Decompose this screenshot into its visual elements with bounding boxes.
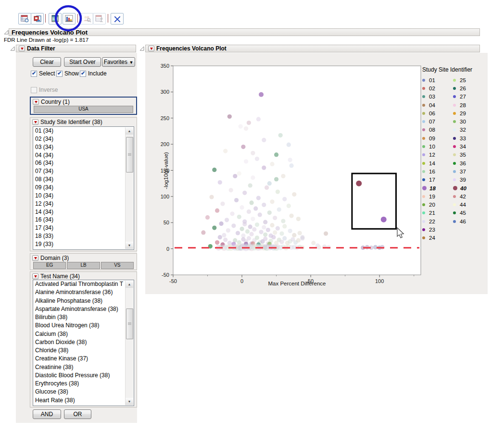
legend-entry[interactable]: 03 [422,93,449,101]
list-item[interactable]: Glucose (38) [33,388,134,396]
list-item[interactable]: Erythrocytes (38) [33,380,134,388]
list-item[interactable]: Blood Urea Nitrogen (38) [33,321,134,330]
legend-entry[interactable]: 27 [453,93,480,101]
legend-entry[interactable]: 44 [453,200,480,209]
legend-entry[interactable]: 29 [453,109,480,117]
legend-entry[interactable]: 22 [422,217,449,225]
list-item[interactable]: 10 (34) [33,192,134,200]
disclosure-icon[interactable] [10,46,15,51]
toolbar-button-save-graphic[interactable] [31,13,44,25]
legend-entry[interactable]: 24 [422,234,449,242]
legend-entry[interactable]: 01 [422,76,449,84]
legend-entry[interactable]: 34 [453,142,480,150]
toolbar-button-journal[interactable] [49,13,62,25]
list-item[interactable]: 07 (34) [33,167,134,175]
test-name-listbox[interactable]: ▲ ▼ Activated Partial Thromboplastin TAl… [33,280,134,406]
red-triangle-menu-icon[interactable] [19,46,25,51]
legend-entry[interactable]: 40 [453,184,480,192]
list-item[interactable]: Aspartate Aminotransferase (38) [33,305,134,313]
legend-entry[interactable]: 10 [422,142,449,150]
domain-value-vs[interactable]: VS [101,262,134,269]
list-item[interactable]: 02 (34) [33,135,134,143]
scrollbar[interactable]: ▲ ▼ [125,281,133,405]
list-item[interactable]: 16 (34) [33,216,134,224]
legend-entry[interactable]: 23 [422,225,449,234]
legend-entry[interactable]: 06 [422,109,449,117]
legend-entry[interactable]: 30 [453,117,480,125]
red-triangle-menu-icon[interactable] [148,46,154,51]
start-over-button[interactable]: Start Over [64,57,101,67]
select-checkbox[interactable]: ✔ Select [31,70,55,77]
scrollbar[interactable]: ▲ ▼ [125,127,133,249]
legend-entry[interactable]: 08 [422,126,449,134]
red-triangle-menu-icon[interactable] [32,119,38,125]
legend-entry[interactable]: 12 [422,151,449,159]
disclosure-icon[interactable] [139,46,144,51]
list-item[interactable]: 19 (33) [33,240,134,248]
legend-entry[interactable]: 28 [453,101,480,109]
scroll-down-icon[interactable]: ▼ [126,242,133,249]
legend-entry[interactable]: 45 [453,209,480,217]
list-item[interactable]: 12 (34) [33,200,134,208]
legend-entry[interactable]: 19 [422,192,449,200]
country-filter-group[interactable]: Country (1) USA [30,97,137,115]
legend-entry[interactable]: 42 [453,192,480,200]
include-checkbox[interactable]: ✔ Include [80,70,107,77]
legend-entry[interactable]: 26 [453,84,480,92]
domain-value-eg[interactable]: EG [33,262,66,269]
toolbar-button-close[interactable] [111,13,124,25]
list-item[interactable]: Creatine Kinase (37) [33,355,134,363]
list-item[interactable]: 17 (34) [33,224,134,232]
legend-entry[interactable]: 02 [422,84,449,92]
list-item[interactable]: 14 (34) [33,208,134,216]
scrollbar-thumb[interactable] [126,309,133,339]
or-button[interactable]: OR [64,409,91,419]
and-button[interactable]: AND [33,409,61,419]
list-item[interactable]: 18 (33) [33,232,134,240]
toolbar-button-bar-chart[interactable] [63,13,76,25]
legend-entry[interactable]: 20 [422,200,449,209]
legend-entry[interactable]: 32 [453,126,480,134]
toolbar-button-data-table[interactable] [18,13,31,25]
scroll-down-icon[interactable]: ▼ [126,398,133,405]
legend-entry[interactable]: 18 [422,184,449,192]
red-triangle-menu-icon[interactable] [32,273,38,279]
list-item[interactable]: 06 (34) [33,159,134,167]
toolbar-button-group-search[interactable] [80,13,93,25]
toolbar-button-table-role[interactable] [93,13,106,25]
country-value-button[interactable]: USA [34,106,133,113]
scroll-up-icon[interactable]: ▲ [126,127,133,135]
list-item[interactable]: Alanine Aminotransferase (36) [33,288,134,296]
list-item[interactable]: Diastolic Blood Pressure (38) [33,371,134,380]
data-filter-header[interactable]: Data Filter [16,45,136,52]
list-item[interactable]: 08 (34) [33,175,134,184]
disclosure-icon[interactable] [4,30,9,35]
list-item[interactable]: Chloride (38) [33,346,134,355]
legend-entry[interactable]: 04 [422,101,449,109]
legend-entry[interactable]: 07 [422,117,449,125]
list-item[interactable]: Activated Partial Thromboplastin T [33,280,134,288]
list-item[interactable]: Heart Rate (38) [33,396,134,405]
list-item[interactable]: 03 (34) [33,143,134,151]
legend-entry[interactable]: 17 [422,176,449,184]
scroll-up-icon[interactable]: ▲ [126,281,133,288]
red-triangle-menu-icon[interactable] [32,255,38,261]
list-item[interactable]: 04 (34) [33,151,134,160]
outline-title-bar[interactable]: Frequencies Volcano Plot [9,28,480,36]
red-triangle-menu-icon[interactable] [33,99,39,105]
favorites-button[interactable]: Favorites ▼ [102,57,135,67]
scrollbar-thumb[interactable] [126,137,133,173]
volcano-plot-header[interactable]: Frequencies Volcano Plot [145,45,480,52]
legend-entry[interactable]: 14 [422,159,449,167]
list-item[interactable]: Alkaline Phosphatase (38) [33,297,134,305]
legend-entry[interactable]: 36 [453,159,480,167]
legend-entry[interactable]: 46 [453,217,480,225]
list-item[interactable]: Bilirubin (38) [33,313,134,321]
legend-entry[interactable]: 09 [422,134,449,142]
list-item[interactable]: 01 (34) [33,127,134,135]
legend-entry[interactable]: 25 [453,76,480,84]
legend-entry[interactable]: 35 [453,151,480,159]
list-item[interactable]: Creatinine (38) [33,363,134,371]
domain-value-lb[interactable]: LB [67,262,100,269]
show-checkbox[interactable]: ✔ Show [56,70,79,77]
